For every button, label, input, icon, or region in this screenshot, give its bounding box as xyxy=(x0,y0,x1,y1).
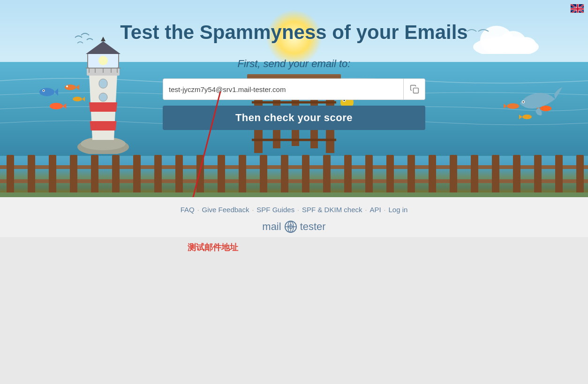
svg-rect-70 xyxy=(413,88,418,93)
nav-link-spf-dkim[interactable]: SPF & DKIM check xyxy=(302,206,362,214)
nav-link-spf-guides[interactable]: SPF Guides xyxy=(256,206,294,214)
nav-links: FAQ · Give Feedback · SPF Guides · SPF &… xyxy=(181,206,408,214)
nav-link-login[interactable]: Log in xyxy=(388,206,407,214)
language-selector[interactable] xyxy=(570,4,584,13)
email-input[interactable] xyxy=(163,78,404,100)
nav-separator-3: · xyxy=(297,206,299,214)
bottom-area xyxy=(0,253,588,384)
brand-logo: mail tester xyxy=(262,220,325,233)
brand-name-part2: tester xyxy=(300,221,326,233)
nav-link-faq[interactable]: FAQ xyxy=(181,206,195,214)
nav-separator-2: · xyxy=(252,206,254,214)
copy-email-button[interactable] xyxy=(404,78,425,100)
brand-icon xyxy=(284,220,297,233)
brand-name-part1: mail xyxy=(262,221,281,233)
check-score-button[interactable]: Then check your score xyxy=(163,106,425,130)
annotation-container: 测试邮件地址 xyxy=(0,237,588,253)
nav-separator-5: · xyxy=(384,206,386,214)
annotation-label: 测试邮件地址 xyxy=(188,243,238,252)
nav-link-feedback[interactable]: Give Feedback xyxy=(202,206,249,214)
hero-content: Test the Spammyness of your Emails First… xyxy=(0,0,588,197)
footer-nav: FAQ · Give Feedback · SPF Guides · SPF &… xyxy=(0,197,588,237)
nav-separator-1: · xyxy=(197,206,199,214)
hero-subtitle: First, send your email to: xyxy=(238,58,351,70)
page-title: Test the Spammyness of your Emails xyxy=(120,21,467,44)
email-input-row xyxy=(163,78,425,100)
hero-section: Test the Spammyness of your Emails First… xyxy=(0,0,588,197)
nav-link-api[interactable]: API xyxy=(369,206,381,214)
nav-separator-4: · xyxy=(365,206,367,214)
